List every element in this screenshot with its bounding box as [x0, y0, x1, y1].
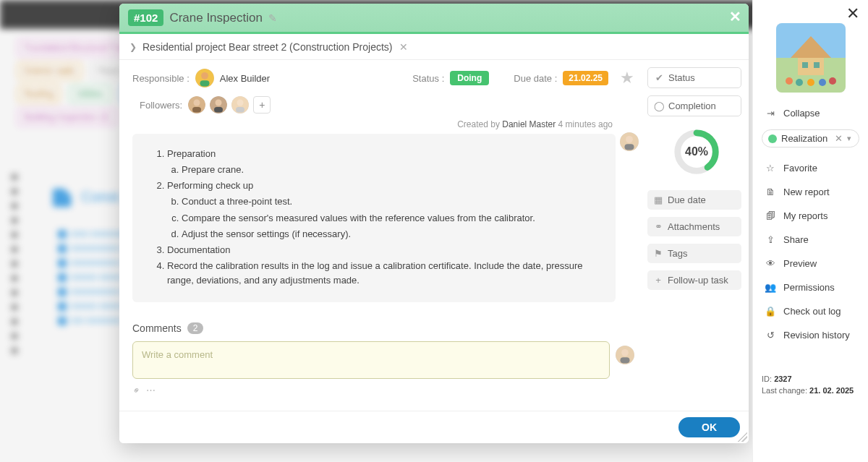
svg-rect-5 — [192, 107, 201, 113]
permissions-link[interactable]: 👥Permissions — [762, 277, 859, 298]
svg-rect-14 — [625, 144, 634, 150]
svg-rect-29 — [798, 58, 824, 75]
task-modal: #102 Crane Inspection ✎ ✕ ❯ Residential … — [119, 4, 749, 443]
svg-rect-11 — [236, 107, 244, 113]
svg-point-4 — [194, 100, 200, 106]
status-dot-icon — [768, 134, 777, 143]
sidebar-meta: ID: 2327 Last change: 21. 02. 2025 — [762, 375, 859, 395]
side-item-due-date[interactable]: ▦Due date — [647, 190, 741, 210]
svg-rect-30 — [802, 62, 808, 68]
attach-icon[interactable]: ⚭ — [129, 384, 142, 397]
check-icon: ✔ — [654, 72, 664, 83]
svg-point-32 — [786, 77, 793, 85]
svg-rect-8 — [214, 107, 223, 113]
breadcrumb-text[interactable]: Residential project Bear street 2 (Const… — [142, 41, 392, 53]
side-item-status[interactable]: ✔Status — [647, 67, 741, 88]
task-description: Preparation Prepare crane. Performing ch… — [132, 134, 616, 302]
modal-header: #102 Crane Inspection ✎ ✕ — [119, 4, 749, 34]
modal-close-icon[interactable]: ✕ — [729, 8, 741, 25]
task-id-badge: #102 — [128, 9, 163, 26]
collapse-link[interactable]: ⇥Collapse — [762, 103, 859, 124]
lock-icon: 🔒 — [765, 306, 776, 317]
responsible-name: Alex Builder — [220, 73, 270, 84]
collapse-icon: ⇥ — [765, 108, 776, 119]
modal-footer: OK — [119, 411, 749, 443]
svg-point-10 — [237, 100, 244, 106]
side-item-tags[interactable]: ⚑Tags — [647, 244, 741, 263]
svg-point-35 — [819, 79, 826, 86]
svg-point-1 — [201, 72, 208, 80]
svg-point-16 — [621, 349, 629, 356]
history-icon: ↺ — [765, 330, 776, 341]
share-icon: ⇪ — [765, 234, 776, 245]
svg-point-36 — [829, 77, 836, 85]
modal-body-main: Responsible : Alex Builder Status : Doin… — [119, 60, 647, 411]
svg-point-33 — [796, 79, 803, 86]
my-reports-link[interactable]: 🗐My reports — [762, 205, 859, 226]
svg-point-34 — [807, 79, 814, 86]
svg-rect-31 — [814, 62, 820, 68]
clear-status-icon[interactable]: ✕ — [835, 133, 843, 144]
modal-side-panel: ✔Status ◯Completion 40% ▦Due date ⚭Attac… — [647, 60, 749, 411]
revision-history-link[interactable]: ↺Revision history — [762, 325, 859, 346]
edit-title-icon[interactable]: ✎ — [268, 12, 277, 24]
ok-button[interactable]: OK — [678, 417, 740, 437]
checkout-log-link[interactable]: 🔒Check out log — [762, 301, 859, 322]
followers-label: Followers: — [140, 100, 182, 111]
favorite-star-icon[interactable]: ★ — [620, 69, 634, 87]
author-avatar — [620, 132, 639, 151]
status-badge[interactable]: Doing — [450, 71, 489, 85]
progress-ring: 40% — [671, 127, 722, 177]
eye-icon: 👁 — [765, 258, 776, 269]
new-report-link[interactable]: 🗎New report — [762, 181, 859, 202]
share-link[interactable]: ⇪Share — [762, 229, 859, 250]
side-item-followup[interactable]: +Follow-up task — [647, 270, 741, 290]
sidebar-image — [776, 23, 846, 93]
progress-value: 40% — [671, 127, 722, 177]
responsible-label: Responsible : — [132, 73, 190, 84]
follower-avatar[interactable] — [188, 96, 205, 114]
chevron-down-icon: ▾ — [847, 134, 851, 143]
current-user-avatar — [616, 346, 634, 364]
comments-count-badge: 2 — [187, 322, 204, 334]
comment-input[interactable] — [132, 341, 610, 379]
circle-icon: ◯ — [654, 100, 664, 111]
favorite-link[interactable]: ☆Favorite — [762, 158, 859, 179]
paperclip-icon: ⚭ — [653, 221, 663, 232]
preview-link[interactable]: 👁Preview — [762, 253, 859, 274]
svg-rect-17 — [621, 358, 630, 364]
follower-avatar[interactable] — [210, 96, 227, 114]
document-icon: 🗎 — [765, 187, 776, 197]
created-meta: Created by Daniel Master 4 minutes ago — [132, 119, 634, 129]
star-icon: ☆ — [765, 163, 776, 174]
responsible-avatar[interactable] — [195, 69, 214, 87]
sidebar-close-icon[interactable]: ✕ — [846, 4, 859, 23]
breadcrumb-bar: ❯ Residential project Bear street 2 (Con… — [119, 34, 749, 60]
tag-icon: ⚑ — [653, 248, 663, 259]
chevron-right-icon: ❯ — [129, 42, 137, 52]
comments-heading: Comments — [132, 322, 182, 334]
calendar-icon: ▦ — [653, 194, 663, 205]
right-sidebar: ✕ ⇥Collapse Realization ✕ ▾ ☆Favorite 🗎N… — [752, 0, 868, 462]
svg-rect-2 — [200, 80, 209, 86]
more-icon[interactable]: ⋯ — [146, 385, 156, 395]
follower-avatar[interactable] — [231, 96, 249, 114]
breadcrumb-remove-icon[interactable]: ✕ — [399, 41, 408, 53]
side-item-attachments[interactable]: ⚭Attachments — [647, 217, 741, 236]
due-date-label: Due date : — [514, 73, 557, 84]
add-follower-button[interactable]: + — [253, 96, 271, 114]
due-date-badge[interactable]: 21.02.25 — [563, 71, 608, 85]
reports-icon: 🗐 — [765, 210, 776, 221]
side-item-completion[interactable]: ◯Completion — [647, 95, 741, 116]
realization-status-pill[interactable]: Realization ✕ ▾ — [762, 129, 859, 147]
resize-handle-icon[interactable] — [737, 432, 747, 442]
svg-point-7 — [216, 100, 222, 106]
status-label: Status : — [412, 73, 444, 84]
task-title: Crane Inspection — [169, 11, 263, 25]
svg-point-13 — [626, 136, 633, 143]
users-icon: 👥 — [765, 282, 776, 293]
plus-icon: + — [653, 275, 663, 286]
